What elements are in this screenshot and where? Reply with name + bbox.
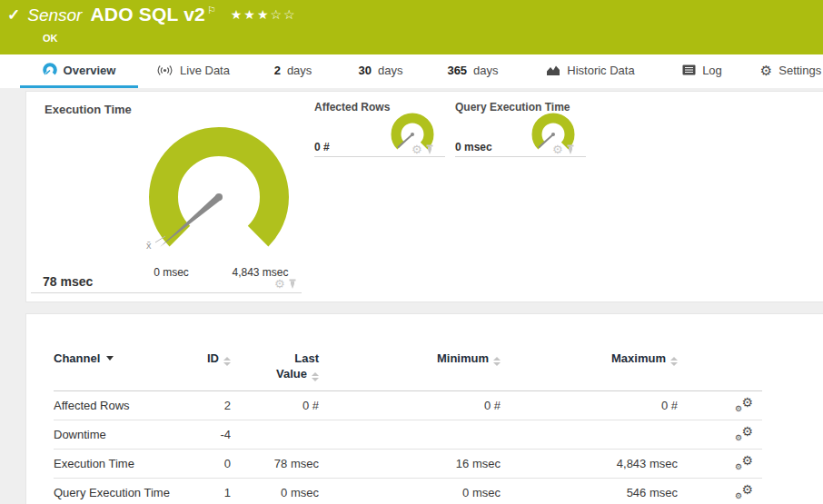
sort-icon xyxy=(493,357,501,366)
gauge-min-label: 0 msec xyxy=(142,266,201,279)
tab-365-days[interactable]: 365 days xyxy=(434,54,511,85)
gear-icon: ⚙ xyxy=(760,64,772,77)
average-marker: x̄ xyxy=(146,240,152,251)
channel-minimum: 0 msec xyxy=(319,479,501,504)
tab-label: Settings xyxy=(778,64,821,77)
table-row[interactable]: Downtime -4 ⚙⚙ xyxy=(54,420,762,450)
gauge-max-label: 4,843 msec xyxy=(222,266,299,279)
channel-settings-icon[interactable]: ⚙⚙ xyxy=(735,483,753,499)
gauge-gear-icon[interactable]: ⚙ xyxy=(274,278,285,290)
channel-last-value: 0 # xyxy=(231,391,319,420)
channel-maximum: 546 msec xyxy=(501,479,678,504)
execution-time-gauge xyxy=(146,126,292,276)
channel-id: 1 xyxy=(172,479,231,504)
table-row[interactable]: Affected Rows 2 0 # 0 # 0 # ⚙⚙ xyxy=(54,391,762,420)
flag-icon[interactable]: ⚐ xyxy=(207,5,216,16)
channel-last-value xyxy=(231,420,319,450)
content-area: Execution Time x̄ 0 msec 4,843 msec 78 m… xyxy=(0,88,823,504)
tab-log[interactable]: Log xyxy=(670,54,734,85)
tab-live-data[interactable]: Live Data xyxy=(145,54,241,85)
channel-settings-icon[interactable]: ⚙⚙ xyxy=(735,454,753,470)
pin-icon[interactable] xyxy=(288,279,297,290)
sensor-header: ✓ Sensor ADO SQL v2 ⚐ ★★★☆☆ OK xyxy=(0,0,823,54)
channel-id: 2 xyxy=(172,391,231,420)
gauge-gear-icon[interactable]: ⚙ xyxy=(412,143,422,155)
column-header-id[interactable]: ID xyxy=(172,340,231,391)
sort-icon xyxy=(670,357,678,366)
gauge-icon xyxy=(43,63,57,77)
tab-label: days xyxy=(378,64,402,77)
channel-id: 0 xyxy=(172,450,231,479)
tab-overview[interactable]: Overview xyxy=(20,54,138,88)
channel-minimum: 0 # xyxy=(319,391,501,420)
tab-settings[interactable]: ⚙ Settings xyxy=(752,54,823,85)
sort-icon xyxy=(312,372,319,381)
tab-historic-data[interactable]: Historic Data xyxy=(536,54,645,85)
channel-settings-icon[interactable]: ⚙⚙ xyxy=(735,425,753,441)
tab-label: Live Data xyxy=(180,64,230,77)
channel-last-value: 78 msec xyxy=(231,450,319,479)
channel-maximum: 4,843 msec xyxy=(501,450,678,479)
channel-minimum xyxy=(319,420,501,450)
sensor-page: ✓ Sensor ADO SQL v2 ⚐ ★★★☆☆ OK Overview … xyxy=(0,0,823,504)
status-badge: OK xyxy=(43,33,58,44)
tab-2-days[interactable]: 2 days xyxy=(259,54,327,85)
pin-icon[interactable] xyxy=(425,144,434,155)
sort-desc-icon xyxy=(106,356,114,361)
small-gauge-value: 0 msec xyxy=(455,141,492,153)
column-header-last-value[interactable]: LastValue xyxy=(231,340,319,391)
tab-label: Historic Data xyxy=(567,64,634,77)
channel-maximum: 0 # xyxy=(501,391,678,420)
main-gauge-title: Execution Time xyxy=(45,103,132,116)
channel-settings-icon[interactable]: ⚙⚙ xyxy=(735,396,753,412)
table-row[interactable]: Query Execution Time 1 0 msec 0 msec 546… xyxy=(54,479,762,504)
channel-maximum xyxy=(501,420,678,450)
channel-name: Query Execution Time xyxy=(54,479,172,504)
main-gauge-value: 78 msec xyxy=(43,274,93,289)
check-icon: ✓ xyxy=(7,5,20,25)
divider xyxy=(314,156,445,157)
historic-chart-icon xyxy=(546,64,560,76)
table-row[interactable]: Execution Time 0 78 msec 16 msec 4,843 m… xyxy=(54,450,762,479)
channels-table: Channel ID LastValue Minimum Maximum Aff… xyxy=(54,340,762,504)
priority-stars[interactable]: ★★★☆☆ xyxy=(231,7,297,22)
small-gauge-title: Affected Rows xyxy=(314,101,390,114)
tab-30-days[interactable]: 30 days xyxy=(345,54,416,85)
tab-label: Log xyxy=(702,64,722,77)
gauge-gear-icon[interactable]: ⚙ xyxy=(552,143,563,155)
tab-label: days xyxy=(287,64,312,77)
log-icon xyxy=(682,64,696,75)
object-kind-label: Sensor xyxy=(27,5,82,25)
channels-card: Channel ID LastValue Minimum Maximum Aff… xyxy=(25,313,823,504)
channel-name: Execution Time xyxy=(54,450,172,479)
page-title: ADO SQL v2 xyxy=(90,4,204,25)
live-data-icon xyxy=(156,64,174,76)
gauges-card: Execution Time x̄ 0 msec 4,843 msec 78 m… xyxy=(25,91,823,302)
tab-label: Overview xyxy=(64,64,116,77)
column-header-minimum[interactable]: Minimum xyxy=(319,340,501,391)
divider xyxy=(455,156,586,157)
column-header-maximum[interactable]: Maximum xyxy=(501,340,678,391)
column-header-channel[interactable]: Channel xyxy=(54,340,172,391)
channel-name: Downtime xyxy=(54,420,172,450)
channel-name: Affected Rows xyxy=(54,391,172,420)
divider xyxy=(31,292,302,293)
small-gauge-value: 0 # xyxy=(314,141,330,153)
sort-icon xyxy=(223,357,231,366)
tab-bar: Overview Live Data 2 days 30 days 365 da… xyxy=(0,54,823,89)
channel-last-value: 0 msec xyxy=(231,479,319,504)
pin-icon[interactable] xyxy=(566,144,575,155)
column-header-settings xyxy=(678,340,762,391)
channel-id: -4 xyxy=(172,420,231,450)
tab-label: days xyxy=(473,64,498,77)
channel-minimum: 16 msec xyxy=(319,450,501,479)
